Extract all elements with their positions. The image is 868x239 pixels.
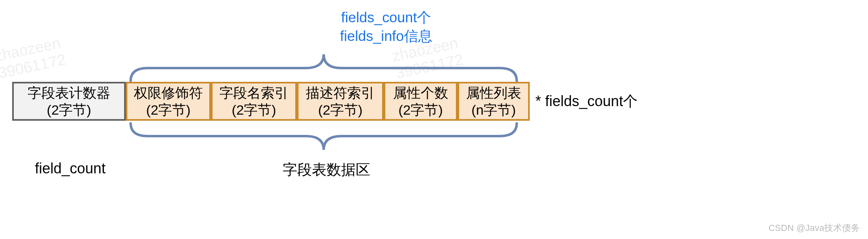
multiplier-label: * fields_count个: [535, 92, 638, 111]
box-attributes-list: 属性列表 (n字节): [458, 82, 530, 121]
attribution: CSDN @Java技术债务: [769, 222, 860, 234]
bottom-brace: [127, 122, 520, 152]
box-size: (2字节): [232, 101, 276, 119]
box-attributes-count: 属性个数 (2字节): [384, 82, 458, 121]
box-descriptor-index: 描述符索引 (2字节): [297, 82, 384, 121]
box-size: (n字节): [471, 101, 516, 119]
field-table-row: 字段表计数器 (2字节) 权限修饰符 (2字节) 字段名索引 (2字节) 描述符…: [12, 82, 638, 121]
top-annotation: fields_count个 fields_info信息: [248, 8, 524, 45]
top-brace: [127, 52, 520, 82]
top-annotation-line2: fields_info信息: [248, 27, 524, 45]
box-name-index: 字段名索引 (2字节): [211, 82, 297, 121]
box-size: (2字节): [146, 101, 191, 119]
box-title: 描述符索引: [306, 84, 375, 102]
watermark-1: zhaozeen 39061172: [0, 34, 67, 82]
box-title: 字段表计数器: [28, 84, 110, 102]
top-annotation-line1: fields_count个: [248, 8, 524, 27]
watermark-number: 39061172: [0, 51, 67, 82]
watermark-name: zhaozeen: [0, 34, 64, 65]
box-size: (2字节): [398, 101, 443, 119]
label-field-count: field_count: [35, 160, 105, 177]
box-title: 权限修饰符: [134, 84, 203, 102]
box-title: 字段名索引: [219, 84, 288, 102]
label-data-area: 字段表数据区: [251, 160, 402, 180]
box-size: (2字节): [318, 101, 363, 119]
box-field-counter: 字段表计数器 (2字节): [12, 82, 126, 121]
box-title: 属性个数: [393, 84, 448, 102]
box-size: (2字节): [47, 101, 91, 119]
box-access-flags: 权限修饰符 (2字节): [126, 82, 211, 121]
box-title: 属性列表: [466, 84, 521, 102]
